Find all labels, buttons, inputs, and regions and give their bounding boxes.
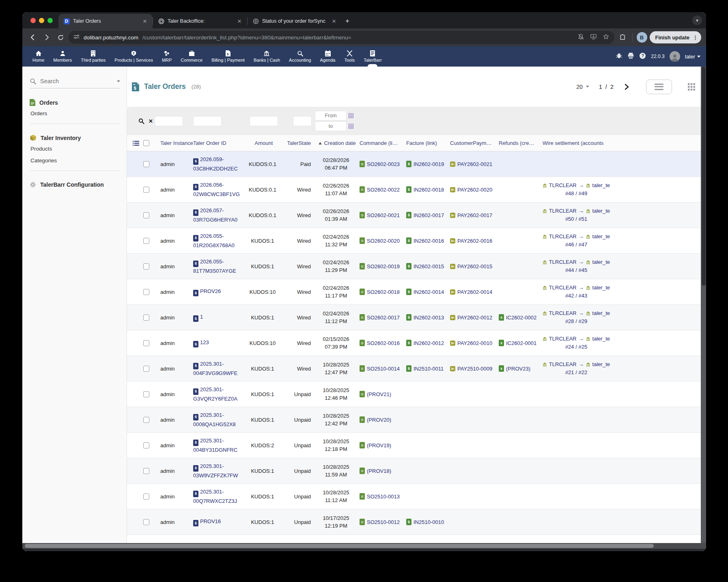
nav-billing-payment[interactable]: $ Billing | Payment [207, 46, 249, 67]
table-row[interactable]: admin 2025.301-G3VQR2Y6FEZ0A KUDOS:1 Unp… [127, 382, 706, 407]
sidebar-item-orders[interactable]: Orders [30, 108, 120, 119]
tab-taler-backoffice[interactable]: Taler Backoffice: ✕ [153, 14, 247, 28]
filter-instance-input[interactable] [155, 116, 183, 126]
col-talerstate[interactable]: TalerState [282, 140, 315, 146]
facture-cell[interactable]: IN2602-0016 [406, 237, 450, 244]
install-app-icon[interactable] [590, 33, 597, 41]
chevron-down-icon[interactable] [117, 80, 120, 82]
nav-agenda[interactable]: Agenda [316, 46, 340, 67]
user-avatar[interactable] [670, 51, 680, 62]
tab-order-status[interactable]: Status of your order forSync ✕ [248, 14, 342, 28]
back-button[interactable] [27, 32, 39, 43]
facture-cell[interactable]: IN2602-0014 [406, 289, 450, 295]
wire-settlement-cell[interactable]: TLRCLEAR taler_te #28 / #29 [543, 309, 612, 325]
sidebar-item-products[interactable]: Products [30, 143, 120, 155]
filter-date-to-input[interactable] [315, 121, 347, 131]
select-all-checkbox[interactable] [143, 140, 149, 146]
next-page-button[interactable] [623, 83, 630, 91]
filter-order-id-input[interactable] [193, 116, 222, 126]
maximize-window-button[interactable] [47, 18, 53, 23]
nav-products-services[interactable]: Products | Services [110, 46, 157, 67]
notifications-blocked-icon[interactable] [577, 33, 584, 41]
order-id-cell[interactable]: 2025.301-004F3VG9G9WFE [193, 360, 246, 377]
wire-settlement-cell[interactable]: TLRCLEAR taler_te #46 / #47 [543, 233, 612, 249]
nav-commerce[interactable]: Commerce [176, 46, 207, 67]
facture-cell[interactable]: IN2602-0012 [406, 340, 450, 346]
close-tab-icon[interactable]: ✕ [236, 17, 243, 25]
customer-payment-cell[interactable]: PAY2510-0009 [450, 366, 499, 372]
commande-cell[interactable]: SO2510-0012 [360, 519, 406, 525]
table-row[interactable]: admin 2026.056-02W8CWC3BF1VG KUDOS:0.1 W… [127, 177, 706, 203]
order-id-cell[interactable]: 2025.301-03W9VZFFZK7FW [193, 462, 246, 479]
order-id-cell[interactable]: 123 [193, 338, 246, 348]
wire-settlement-cell[interactable]: TLRCLEAR taler_te #48 / #49 [543, 181, 612, 198]
close-window-button[interactable] [30, 18, 36, 23]
commande-cell[interactable]: SO2602-0018 [360, 289, 406, 295]
order-id-cell[interactable]: 2026.055-01R20G8X768A0 [193, 232, 246, 249]
horizontal-scrollbar-thumb[interactable] [25, 544, 654, 548]
refund-cell[interactable]: (PROV23) [499, 365, 543, 372]
col-commande[interactable]: Commande (li… [360, 140, 406, 146]
commande-cell[interactable]: (PROV21) [360, 391, 406, 397]
help-icon[interactable]: ? [639, 52, 646, 61]
extensions-icon[interactable] [617, 32, 628, 43]
filter-amount-input[interactable] [250, 116, 278, 126]
col-taler-order-id[interactable]: Taler Order ID [193, 140, 246, 146]
facture-cell[interactable]: IN2510-0011 [406, 365, 450, 372]
close-tab-icon[interactable]: ✕ [141, 17, 149, 25]
list-view-button[interactable] [646, 80, 672, 94]
commande-cell[interactable]: (PROV18) [360, 468, 406, 474]
row-checkbox[interactable] [143, 494, 149, 500]
tab-search-button[interactable]: ▾ [692, 15, 702, 25]
horizontal-scrollbar[interactable] [22, 543, 706, 549]
customer-payment-cell[interactable]: PAY2602-0020 [450, 187, 499, 193]
table-row[interactable]: admin 2025.301-0008QA1HG52X8 KUDOS:1 Unp… [127, 407, 706, 433]
wire-settlement-cell[interactable]: TLRCLEAR taler_te #44 / #45 [543, 258, 612, 274]
commande-cell[interactable]: (PROV19) [360, 442, 406, 448]
sidebar-section-talerbarr-configuration[interactable]: TalerBarr Configuration [30, 180, 120, 190]
sidebar-item-categories[interactable]: Categories [30, 155, 120, 166]
commande-cell[interactable]: SO2510-0014 [360, 365, 406, 372]
customer-payment-cell[interactable]: PAY2602-0017 [450, 212, 499, 218]
table-row[interactable]: admin 2025.301-004F3VG9G9WFE KUDOS:1 Wir… [127, 356, 706, 382]
grid-view-button[interactable] [687, 83, 696, 91]
customer-payment-cell[interactable]: PAY2602-0021 [450, 161, 499, 167]
col-amount[interactable]: Amount [246, 140, 282, 146]
nav-members[interactable]: Members [49, 46, 76, 67]
row-checkbox[interactable] [143, 289, 149, 295]
order-id-cell[interactable]: 2026.056-02W8CWC3BF1VG [193, 181, 246, 198]
calendar-icon[interactable] [349, 124, 353, 129]
row-checkbox[interactable] [143, 263, 149, 269]
commande-cell[interactable]: SO2602-0021 [360, 212, 406, 218]
order-id-cell[interactable]: 2025.301-00Q7RWXC2TZ3J [193, 488, 246, 505]
table-row[interactable]: admin 1 KUDOS:1 Wired 02/24/202611:12 PM… [127, 305, 706, 330]
calendar-icon[interactable] [349, 113, 353, 118]
apply-filter-icon[interactable] [138, 118, 144, 124]
facture-cell[interactable]: IN2602-0019 [406, 161, 450, 167]
browser-menu-icon[interactable]: ⋮ [693, 34, 698, 41]
row-checkbox[interactable] [143, 468, 149, 474]
row-checkbox[interactable] [143, 442, 149, 448]
table-row[interactable]: admin 2026.057-03R7GG6HERYA0 KUDOS:0.1 W… [127, 203, 706, 228]
col-facture[interactable]: Facture (link) [406, 140, 450, 146]
order-id-cell[interactable]: 1 [193, 313, 246, 322]
commande-cell[interactable]: SO2602-0022 [360, 186, 406, 193]
minimize-window-button[interactable] [39, 18, 44, 23]
wire-settlement-cell[interactable]: TLRCLEAR taler_te #24 / #25 [543, 335, 612, 351]
facture-cell[interactable]: IN2602-0018 [406, 186, 450, 193]
order-id-cell[interactable]: 2025.301-004BY31DGNFRC [193, 437, 246, 454]
order-id-cell[interactable]: PROV26 [193, 287, 246, 297]
col-taler-instance[interactable]: Taler Instance [155, 140, 193, 146]
close-tab-icon[interactable]: ✕ [330, 17, 338, 25]
vertical-scrollbar[interactable] [701, 67, 706, 543]
clear-filter-icon[interactable] [149, 117, 153, 125]
table-row[interactable]: admin PROV16 KUDOS:1 Unpaid 10/17/202512… [127, 509, 706, 535]
select-columns-icon[interactable] [133, 140, 139, 146]
profile-avatar[interactable]: B [637, 32, 647, 43]
filter-date-from-input[interactable] [315, 111, 347, 121]
page-size-select[interactable]: 20 [576, 84, 589, 90]
col-refunds[interactable]: Refunds (cre… [499, 140, 543, 146]
customer-payment-cell[interactable]: PAY2602-0014 [450, 289, 499, 295]
table-row[interactable]: admin 2025.301-03W9VZFFZK7FW KUDOS:1 Unp… [127, 458, 706, 484]
nav-mrp[interactable]: MRP [157, 46, 176, 67]
